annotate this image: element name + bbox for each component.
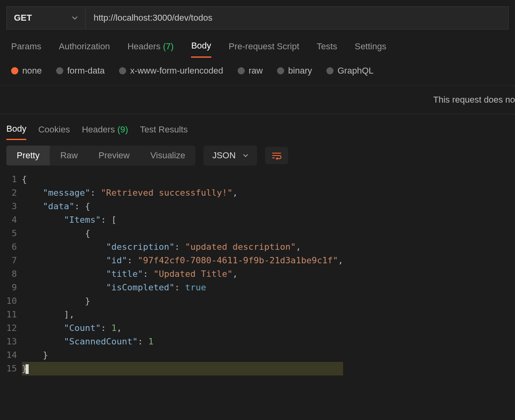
code-line: "isCompleted": true — [22, 281, 343, 294]
radio-x-www-form-urlencoded[interactable]: x-www-form-urlencoded — [119, 66, 223, 76]
code-line: } — [22, 362, 343, 375]
headers-count: (7) — [163, 41, 174, 51]
resp-tab-headers-label: Headers — [82, 124, 115, 134]
resp-tab-body[interactable]: Body — [6, 124, 26, 140]
code-line: "message": "Retrieved successfully!", — [22, 186, 343, 200]
format-label: JSON — [212, 150, 236, 161]
code-line: { — [22, 173, 343, 186]
radio-dot-icon — [238, 67, 245, 74]
code-line: ], — [22, 308, 343, 321]
code-line: } — [22, 294, 343, 308]
tab-body[interactable]: Body — [191, 41, 211, 58]
radio-none[interactable]: none — [11, 66, 42, 76]
view-mode-segmented: Pretty Raw Preview Visualize — [6, 146, 195, 165]
radio-dot-icon — [119, 67, 126, 74]
code-line: "ScannedCount": 1 — [22, 335, 343, 348]
code-line: "data": { — [22, 200, 343, 213]
radio-raw[interactable]: raw — [238, 66, 263, 76]
code-line: "description": "updated description", — [22, 240, 343, 254]
radio-dot-icon — [326, 67, 334, 74]
body-type-radios: none form-data x-www-form-urlencoded raw… — [0, 58, 515, 86]
request-bar: GET — [6, 6, 509, 29]
code-content: { "message": "Retrieved successfully!", … — [22, 171, 343, 377]
resp-tab-test-results[interactable]: Test Results — [140, 124, 188, 140]
request-tabs: Params Authorization Headers (7) Body Pr… — [0, 29, 515, 58]
body-hint: This request does no — [0, 86, 515, 114]
code-line: "Items": [ — [22, 213, 343, 227]
radio-dot-icon — [11, 67, 18, 74]
radio-binary[interactable]: binary — [277, 66, 312, 76]
wrap-lines-button[interactable] — [265, 147, 288, 164]
tab-headers[interactable]: Headers (7) — [127, 41, 174, 57]
radio-form-data[interactable]: form-data — [56, 66, 105, 76]
view-pretty[interactable]: Pretty — [6, 146, 50, 165]
tab-settings[interactable]: Settings — [355, 41, 386, 57]
method-select[interactable]: GET — [7, 7, 86, 29]
format-select[interactable]: JSON — [203, 146, 257, 165]
view-visualize[interactable]: Visualize — [140, 146, 196, 165]
line-gutter: 123456789101112131415 — [5, 171, 22, 377]
response-code[interactable]: 123456789101112131415 { "message": "Retr… — [0, 171, 515, 377]
code-line: } — [22, 348, 343, 362]
response-tabs: Body Cookies Headers (9) Test Results — [0, 114, 515, 140]
view-controls: Pretty Raw Preview Visualize JSON — [0, 140, 515, 171]
resp-tab-cookies[interactable]: Cookies — [38, 124, 70, 140]
tab-tests[interactable]: Tests — [317, 41, 337, 57]
resp-tab-headers[interactable]: Headers (9) — [82, 124, 128, 140]
url-input[interactable] — [86, 7, 508, 29]
radio-dot-icon — [56, 67, 63, 74]
tab-params[interactable]: Params — [11, 41, 41, 57]
view-preview[interactable]: Preview — [88, 146, 140, 165]
chevron-down-icon — [72, 15, 78, 21]
view-raw[interactable]: Raw — [50, 146, 88, 165]
wrap-lines-icon — [271, 152, 282, 159]
code-line: "title": "Updated Title", — [22, 267, 343, 281]
radio-graphql[interactable]: GraphQL — [326, 66, 374, 76]
chevron-down-icon — [243, 153, 248, 158]
radio-dot-icon — [277, 67, 284, 74]
code-line: { — [22, 227, 343, 240]
code-line: "id": "97f42cf0-7080-4611-9f9b-21d3a1be9… — [22, 254, 343, 267]
method-label: GET — [14, 13, 32, 23]
resp-headers-count: (9) — [117, 124, 128, 134]
code-line: "Count": 1, — [22, 321, 343, 335]
tab-headers-label: Headers — [127, 41, 160, 51]
tab-prerequest[interactable]: Pre-request Script — [229, 41, 299, 57]
tab-authorization[interactable]: Authorization — [59, 41, 110, 57]
